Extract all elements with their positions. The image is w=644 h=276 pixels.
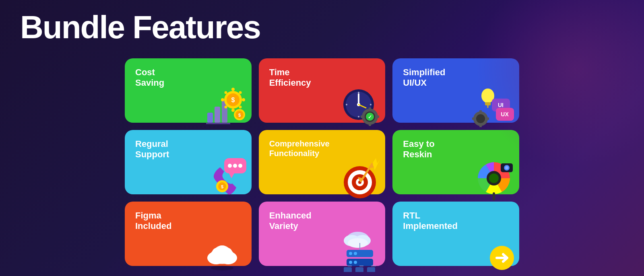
svg-point-10 bbox=[242, 98, 245, 101]
svg-point-78 bbox=[211, 266, 233, 270]
card-label-simplified-uiux: SimplifiedUI/UX bbox=[403, 67, 445, 89]
card-regular-support: ReguralSupport $ bbox=[125, 130, 252, 194]
icon-support: $ bbox=[204, 156, 248, 200]
svg-point-66 bbox=[489, 173, 499, 183]
svg-rect-67 bbox=[493, 192, 495, 200]
svg-point-86 bbox=[354, 252, 357, 255]
icon-ui-ux: UI UX bbox=[472, 84, 516, 129]
svg-point-11 bbox=[224, 91, 227, 94]
icon-time-efficiency: ✓ bbox=[338, 84, 382, 129]
icon-rtl bbox=[472, 228, 516, 272]
svg-rect-90 bbox=[344, 267, 352, 272]
svg-rect-31 bbox=[361, 115, 363, 118]
icon-functionality bbox=[338, 156, 382, 200]
feature-grid: CostSaving $ bbox=[125, 58, 519, 266]
card-label-time-efficiency: TimeEfficiency bbox=[269, 67, 311, 89]
svg-point-51 bbox=[233, 164, 237, 168]
svg-rect-45 bbox=[479, 125, 482, 127]
svg-point-7 bbox=[231, 88, 235, 91]
icon-reskin bbox=[472, 156, 516, 200]
card-label-figma-included: FigmaIncluded bbox=[135, 210, 171, 232]
svg-text:$: $ bbox=[238, 113, 241, 117]
icon-variety bbox=[338, 228, 382, 272]
svg-rect-46 bbox=[472, 117, 475, 120]
svg-point-13 bbox=[224, 106, 227, 109]
svg-point-87 bbox=[349, 261, 352, 264]
svg-point-77 bbox=[217, 245, 227, 254]
svg-text:UI: UI bbox=[498, 102, 504, 108]
card-label-cost-saving: CostSaving bbox=[135, 67, 164, 89]
svg-point-82 bbox=[348, 238, 368, 248]
card-label-comprehensive-functionality: ComprehensiveFunctionality bbox=[269, 139, 327, 158]
card-figma-included: FigmaIncluded bbox=[125, 202, 252, 266]
card-rtl-implemented: RTLImplemented bbox=[392, 202, 519, 266]
svg-point-50 bbox=[228, 164, 232, 168]
svg-rect-92 bbox=[367, 267, 375, 272]
svg-text:$: $ bbox=[221, 184, 223, 189]
svg-point-43 bbox=[476, 114, 485, 123]
svg-rect-44 bbox=[479, 110, 482, 113]
svg-point-23 bbox=[358, 92, 359, 93]
card-label-rtl-implemented: RTLImplemented bbox=[403, 210, 458, 232]
card-enhanced-variety: EnhancedVariety bbox=[259, 202, 386, 266]
card-easy-to-reskin: Easy toReskin bbox=[392, 130, 519, 194]
svg-rect-47 bbox=[487, 117, 489, 120]
card-simplified-uiux: SimplifiedUI/UX UI UX bbox=[392, 58, 519, 123]
svg-rect-91 bbox=[355, 267, 363, 272]
svg-rect-30 bbox=[369, 124, 371, 126]
card-time-efficiency: TimeEfficiency bbox=[259, 58, 386, 123]
svg-rect-32 bbox=[377, 115, 379, 118]
svg-point-14 bbox=[239, 91, 242, 94]
svg-point-26 bbox=[370, 104, 372, 105]
card-cost-saving: CostSaving $ bbox=[125, 58, 252, 123]
svg-point-25 bbox=[346, 104, 347, 105]
svg-text:UX: UX bbox=[501, 111, 509, 117]
svg-rect-1 bbox=[215, 107, 220, 123]
icon-cost-saving: $ $ bbox=[204, 84, 248, 129]
svg-point-52 bbox=[238, 164, 242, 168]
svg-marker-64 bbox=[373, 158, 380, 170]
svg-point-12 bbox=[239, 106, 242, 109]
svg-text:$: $ bbox=[231, 97, 235, 103]
svg-point-8 bbox=[231, 109, 235, 112]
icon-figma bbox=[204, 228, 248, 272]
svg-rect-0 bbox=[207, 113, 213, 123]
svg-text:✓: ✓ bbox=[368, 114, 372, 120]
card-label-enhanced-variety: EnhancedVariety bbox=[269, 210, 312, 232]
card-label-regular-support: ReguralSupport bbox=[135, 139, 169, 160]
svg-point-9 bbox=[221, 98, 224, 101]
svg-rect-36 bbox=[485, 102, 491, 105]
svg-point-85 bbox=[349, 252, 352, 255]
card-label-easy-to-reskin: Easy toReskin bbox=[403, 139, 434, 160]
card-comprehensive-functionality: ComprehensiveFunctionality bbox=[259, 130, 386, 194]
svg-rect-29 bbox=[369, 107, 371, 110]
svg-point-70 bbox=[505, 166, 508, 169]
svg-point-88 bbox=[354, 261, 357, 264]
svg-point-24 bbox=[358, 116, 359, 117]
svg-marker-49 bbox=[229, 173, 234, 178]
page-title: Bundle Features bbox=[20, 11, 260, 43]
